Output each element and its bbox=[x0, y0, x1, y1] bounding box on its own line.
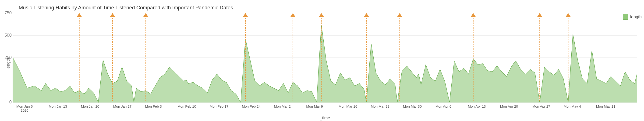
x-label-mar30: Mon Mar 30 bbox=[400, 104, 425, 108]
svg-marker-30 bbox=[565, 13, 571, 17]
svg-marker-24 bbox=[397, 13, 402, 17]
chart-container: Music Listening Habits by Amount of Time… bbox=[0, 0, 644, 121]
x-label-jan6: Mon Jan 62020 bbox=[13, 104, 36, 112]
x-label-feb10: Mon Feb 10 bbox=[174, 104, 200, 108]
x-label-mar9: Mon Mar 9 bbox=[303, 104, 326, 108]
x-label-mar23: Mon Mar 23 bbox=[367, 104, 393, 108]
svg-marker-10 bbox=[76, 13, 82, 17]
legend: length bbox=[623, 14, 642, 20]
x-label-jan27: Mon Jan 27 bbox=[110, 104, 135, 108]
x-label-may11: Mon May 11 bbox=[593, 104, 618, 108]
x-label-feb24: Mon Feb 24 bbox=[238, 104, 264, 108]
x-label-apr6: Mon Apr 6 bbox=[432, 104, 455, 108]
chart-inner: 750 500 250 0 bbox=[13, 13, 637, 114]
x-label-jan13: Mon Jan 13 bbox=[45, 104, 71, 108]
svg-marker-22 bbox=[364, 13, 369, 17]
x-label-apr13: Mon Apr 13 bbox=[464, 104, 490, 108]
x-label-feb3: Mon Feb 3 bbox=[142, 104, 165, 108]
chart-title: Music Listening Habits by Amount of Time… bbox=[19, 5, 637, 11]
x-label-apr27: Mon Apr 27 bbox=[528, 104, 554, 108]
legend-color-box bbox=[623, 14, 628, 20]
x-label-feb17: Mon Feb 17 bbox=[206, 104, 232, 108]
chart-area: length 750 500 250 0 bbox=[5, 13, 637, 114]
svg-text:250: 250 bbox=[4, 55, 12, 60]
svg-marker-18 bbox=[290, 13, 296, 17]
svg-marker-28 bbox=[537, 13, 542, 17]
x-label-apr20: Mon Apr 20 bbox=[496, 104, 522, 108]
x-axis-labels: Mon Jan 62020 Mon Jan 13 Mon Jan 20 Mon … bbox=[13, 103, 627, 114]
svg-marker-12 bbox=[110, 13, 115, 17]
y-axis-label: length bbox=[5, 13, 12, 114]
x-label-may4: Mon May 4 bbox=[561, 104, 584, 108]
x-label-mar2: Mon Mar 2 bbox=[271, 104, 294, 108]
svg-text:0: 0 bbox=[9, 100, 12, 104]
svg-marker-16 bbox=[242, 13, 248, 17]
x-label-mar16: Mon Mar 16 bbox=[335, 104, 361, 108]
svg-marker-20 bbox=[318, 13, 324, 17]
svg-marker-14 bbox=[143, 13, 148, 17]
legend-label: length bbox=[630, 15, 642, 20]
svg-text:750: 750 bbox=[4, 11, 12, 15]
x-axis-title: _time bbox=[13, 116, 637, 120]
main-chart: 750 500 250 0 bbox=[13, 13, 637, 102]
svg-marker-26 bbox=[470, 13, 476, 17]
x-label-jan20: Mon Jan 20 bbox=[77, 104, 103, 108]
svg-text:500: 500 bbox=[4, 33, 12, 37]
